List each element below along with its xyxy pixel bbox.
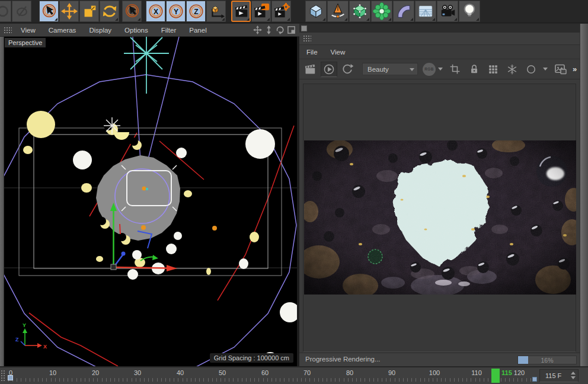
panel-grip[interactable] xyxy=(303,35,311,42)
undo-button[interactable] xyxy=(0,1,11,22)
render-view-button[interactable] xyxy=(231,1,251,22)
camera-frustum-lines xyxy=(133,37,179,171)
pv-menu-file[interactable]: File xyxy=(299,46,324,59)
viewport-panel: View Cameras Display Options Filter Pane… xyxy=(0,24,299,366)
viewport-camera-label[interactable]: Perspective xyxy=(5,38,46,47)
pv-menu-view[interactable]: View xyxy=(324,46,352,59)
bend-deformer-button[interactable] xyxy=(393,1,414,22)
pan-view-icon[interactable] xyxy=(253,25,262,34)
spinner-down-icon[interactable] xyxy=(571,376,576,379)
viewport-menu-view[interactable]: View xyxy=(14,24,42,37)
timeline-label: 90 xyxy=(388,369,395,376)
region-dropdown-arrow-icon[interactable] xyxy=(543,68,548,71)
array-modeling-button[interactable] xyxy=(371,1,392,22)
scale-tool-button[interactable] xyxy=(79,1,99,22)
selection-tool-button[interactable] xyxy=(122,1,142,22)
render-pass-dropdown[interactable]: Beauty xyxy=(362,63,418,75)
lock-icon[interactable] xyxy=(468,63,480,75)
picture-viewer-griprow xyxy=(299,33,580,45)
viewport-menu-cameras[interactable]: Cameras xyxy=(42,24,83,37)
render-settings-button[interactable] xyxy=(271,1,291,22)
channel-rgb-badge[interactable]: RGB xyxy=(423,63,436,76)
viewport-menu-filter[interactable]: Filter xyxy=(155,24,183,37)
toolbar-overflow-chevron[interactable]: » xyxy=(573,65,577,73)
channel-dropdown-arrow-icon[interactable] xyxy=(438,68,443,71)
axis-y-lock-button[interactable]: Y xyxy=(166,1,186,22)
scale-icon xyxy=(81,2,98,20)
viewport-scene[interactable]: Y X Z xyxy=(4,37,297,366)
add-cube-button[interactable] xyxy=(305,1,327,22)
maximize-view-icon[interactable] xyxy=(287,25,296,34)
menubar-grip[interactable] xyxy=(4,27,12,34)
grid-layout-icon[interactable] xyxy=(487,63,499,75)
light-button[interactable] xyxy=(459,1,480,22)
timeline-label: 100 xyxy=(429,369,440,376)
window-edge-strip xyxy=(0,37,4,366)
playhead-frame-label: 115 xyxy=(501,369,512,376)
timeline-end-marker[interactable] xyxy=(532,377,537,382)
rendered-image xyxy=(304,140,576,295)
timeline-label: 70 xyxy=(303,369,311,376)
axis-z-lock-button[interactable]: Z xyxy=(186,1,206,22)
picture-viewer-menubar: File View xyxy=(299,45,580,59)
timeline-label: 40 xyxy=(177,369,184,376)
snowflake-icon[interactable] xyxy=(506,63,518,75)
axis-x-lock-button[interactable]: X xyxy=(146,1,165,22)
gizmo-x-axis-handle[interactable] xyxy=(116,267,168,268)
rock-blobs-white xyxy=(73,129,297,361)
rotate-tool-button[interactable] xyxy=(100,1,119,22)
spline-pen-button[interactable] xyxy=(327,1,349,22)
camera-button[interactable] xyxy=(437,1,458,22)
timeline-label: 80 xyxy=(346,369,353,376)
axis-y-icon: Y xyxy=(167,2,185,20)
timeline-label: 110 xyxy=(471,369,482,376)
region-circle-icon[interactable] xyxy=(525,63,537,75)
picture-viewer-toolbar: Beauty RGB » xyxy=(299,59,580,79)
light-starburst-icon xyxy=(124,37,169,94)
svg-text:Y: Y xyxy=(23,322,26,328)
subdivision-surface-button[interactable] xyxy=(349,1,370,22)
viewport-menu-options[interactable]: Options xyxy=(118,24,155,37)
render-pass-value: Beauty xyxy=(368,66,389,73)
zoom-view-icon[interactable] xyxy=(264,25,273,34)
compare-image-icon[interactable] xyxy=(554,62,568,76)
live-selection-button[interactable] xyxy=(39,1,59,22)
window-icon[interactable] xyxy=(301,25,307,31)
picture-viewer-statusbar: Progressive Rendering... 16% xyxy=(299,353,580,366)
render-picture-viewer-button[interactable] xyxy=(251,1,271,22)
viewport-menu-panel[interactable]: Panel xyxy=(183,24,213,37)
grid-spacing-label: Grid Spacing : 100000 cm xyxy=(210,353,293,363)
picture-viewer-canvas[interactable] xyxy=(303,84,576,352)
pv-play-button[interactable] xyxy=(321,62,337,77)
move-icon xyxy=(60,2,78,20)
render-status-text: Progressive Rendering... xyxy=(305,356,381,363)
svg-text:X: X xyxy=(43,344,47,350)
main-toolbar: X Y Z xyxy=(0,0,588,23)
pv-render-icon[interactable] xyxy=(303,62,317,76)
gizmo-origin-handle[interactable] xyxy=(111,264,116,270)
rotate-view-icon[interactable] xyxy=(276,25,285,34)
timeline-grip[interactable] xyxy=(1,370,6,382)
viewport-menu-display[interactable]: Display xyxy=(82,24,118,37)
chevron-down-icon xyxy=(410,68,414,71)
crop-icon[interactable] xyxy=(449,63,461,75)
pv-refresh-icon[interactable] xyxy=(341,63,354,76)
terrain-blob xyxy=(96,155,180,241)
viewport-3d-view[interactable]: Y X Z Perspective Grid Spacing : 100000 … xyxy=(0,37,299,366)
timeline-label: 10 xyxy=(49,369,56,376)
timeline-label: 30 xyxy=(134,369,141,376)
small-light-starburst-icon xyxy=(104,117,120,134)
application-window: X Y Z xyxy=(0,0,588,384)
frame-spinner[interactable] xyxy=(571,372,576,379)
move-tool-button[interactable] xyxy=(59,1,79,22)
floor-environment-button[interactable] xyxy=(415,1,436,22)
current-frame-field[interactable]: 115 F xyxy=(539,369,579,382)
view-axis-triad: Y X Z xyxy=(15,322,47,350)
redo-button[interactable] xyxy=(12,1,31,22)
timeline[interactable]: 0 10 20 30 40 50 60 70 80 90 100 110 120… xyxy=(0,366,588,384)
timeline-playhead[interactable] xyxy=(491,369,500,383)
timeline-start-marker[interactable] xyxy=(8,375,13,380)
spinner-up-icon[interactable] xyxy=(571,372,576,375)
coordinate-system-button[interactable] xyxy=(206,1,226,22)
viewport-menubar: View Cameras Display Options Filter Pane… xyxy=(0,24,299,37)
